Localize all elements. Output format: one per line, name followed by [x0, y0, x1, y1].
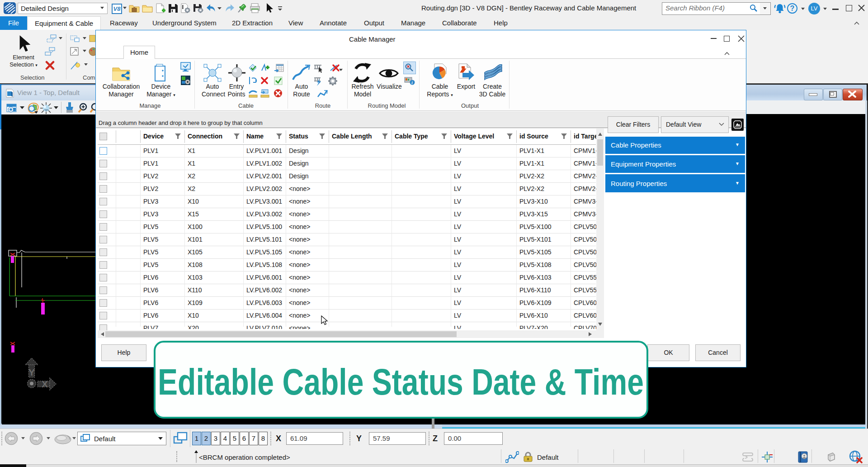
svg-text:X: X [42, 379, 48, 389]
svg-text:Y: Y [28, 367, 35, 377]
